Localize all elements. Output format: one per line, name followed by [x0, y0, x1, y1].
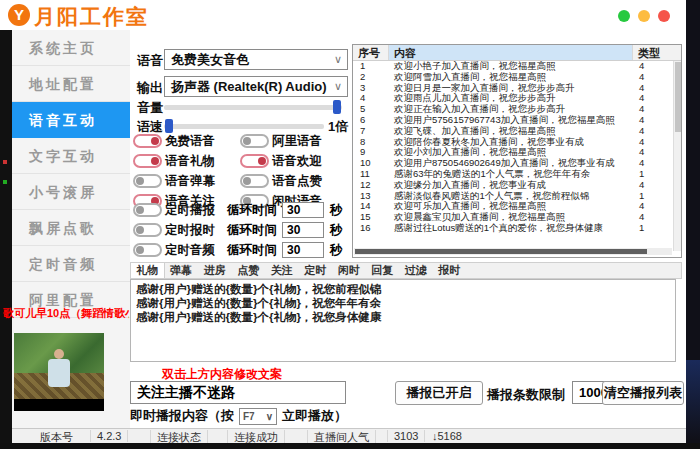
tab[interactable]: 报时: [433, 263, 467, 278]
sidebar-item[interactable]: 定时音频: [12, 246, 130, 282]
table-row[interactable]: 8 欢迎陪你春夏秋冬加入直播间，祝您事业有成 4: [353, 137, 681, 148]
minimize-button[interactable]: [618, 10, 630, 22]
editor-line[interactable]: 感谢{用户}赠送的{数量}个{礼物}，祝您年年有余: [136, 296, 670, 310]
tab[interactable]: 点赞: [232, 263, 266, 278]
version-label: 版本号: [40, 430, 73, 443]
tab[interactable]: 弹幕: [165, 263, 199, 278]
toggle-switch[interactable]: [133, 174, 162, 188]
table-row[interactable]: 15 欢迎晨鑫宝贝加入直播间，祝您福星高照 4: [353, 212, 681, 223]
volume-slider-handle[interactable]: [333, 100, 341, 114]
tab[interactable]: 过滤: [399, 263, 433, 278]
toggle-switch-row[interactable]: 阿里语音: [240, 131, 348, 151]
tab-bar: 礼物 弹幕 进房 点赞 关注 定时: [130, 262, 682, 279]
cycle-unit-label: 秒: [330, 202, 343, 219]
timer-row: 定时播报 循环时间 秒: [133, 200, 363, 220]
toggle-switch-row[interactable]: 语音弹幕: [133, 171, 240, 191]
sidebar-item[interactable]: 飘屏点歌: [12, 210, 130, 246]
maximize-button[interactable]: [638, 10, 650, 22]
sidebar-item[interactable]: 语音互动: [12, 102, 130, 138]
instant-broadcast-input[interactable]: [130, 381, 346, 404]
toggle-switch[interactable]: [240, 174, 269, 188]
sidebar-item-label: 文字互动: [29, 148, 97, 164]
sidebar-item[interactable]: 系统主页: [12, 30, 130, 66]
toggle-switch-row[interactable]: 语音礼物: [133, 151, 240, 171]
sidebar-item[interactable]: 地址配置: [12, 66, 130, 102]
table-row[interactable]: 12 欢迎缘分加入直播间，祝您事业有成 4: [353, 180, 681, 191]
table-row[interactable]: 4 欢迎雨点儿加入直播间，祝您步步高升 4: [353, 93, 681, 104]
thumbnail-letterbox: [14, 399, 104, 411]
table-row[interactable]: 13 感谢淡似春风赠送的1个人气票，祝您前程似锦 1: [353, 191, 681, 202]
volume-label: 音量: [137, 99, 163, 117]
timer-toggle-switch[interactable]: [133, 223, 162, 237]
table-horizontal-scrollbar[interactable]: [354, 248, 672, 255]
toggle-switch[interactable]: [133, 134, 162, 148]
tab[interactable]: 闲时: [332, 263, 366, 278]
table-body: 1 欢迎小艳子加入直播间，祝您福星高照 4 2 欢迎阿雪加入直播间，祝您福星高照…: [353, 61, 681, 235]
sidebar-menu: 系统主页 地址配置 语音互动 文字互动 小号滚屏: [12, 30, 130, 318]
table-header-no[interactable]: 序号: [353, 45, 389, 60]
toggle-label: 阿里语音: [272, 133, 322, 150]
template-editor[interactable]: 感谢{用户}赠送的{数量}个{礼物}，祝您前程似锦 感谢{用户}赠送的{数量}个…: [130, 279, 676, 362]
desktop: Y 月阳工作室 系统主页 地址配置: [0, 0, 700, 449]
table-row[interactable]: 9 欢迎小刘加入直播间，祝您福星高照 4: [353, 147, 681, 158]
table-row[interactable]: 5 欢迎正在输入加入直播间，祝您步步高升 4: [353, 104, 681, 115]
tab[interactable]: 回复: [366, 263, 400, 278]
table-row[interactable]: 6 欢迎用户5756157967743加入直播间，祝您福星高照 4: [353, 115, 681, 126]
editor-line[interactable]: 感谢{用户}赠送的{数量}个{礼物}，祝您身体健康: [136, 310, 670, 324]
popularity-value: 3103: [387, 430, 425, 442]
table-row[interactable]: 7 欢迎飞碟、加入直播间，祝您福星高照 4: [353, 126, 681, 137]
timer-toggle-switch[interactable]: [133, 243, 162, 257]
video-thumbnail[interactable]: [14, 333, 104, 411]
table-row[interactable]: 2 欢迎阿雪加入直播间，祝您福星高照 4: [353, 72, 681, 83]
timer-label: 定时播报: [165, 202, 215, 219]
cycle-time-input[interactable]: [282, 202, 324, 218]
timer-label: 定时音频: [165, 242, 215, 259]
tab[interactable]: 定时: [299, 263, 333, 278]
table-vertical-scrollbar[interactable]: [673, 61, 681, 251]
tab[interactable]: 礼物: [131, 263, 165, 278]
timer-label: 定时报时: [165, 222, 215, 239]
cycle-time-input[interactable]: [282, 242, 324, 258]
titlebar[interactable]: Y 月阳工作室: [0, 0, 686, 30]
tab[interactable]: 关注: [265, 263, 299, 278]
volume-slider[interactable]: [164, 105, 342, 110]
table-row[interactable]: 1 欢迎小艳子加入直播间，祝您福星高照 4: [353, 61, 681, 72]
sidebar-item-label: 语音互动: [29, 112, 97, 128]
tab[interactable]: 进房: [198, 263, 232, 278]
sidebar-item[interactable]: 文字互动: [12, 138, 130, 174]
toggle-switch[interactable]: [133, 154, 162, 168]
toggle-switch-row[interactable]: 语音欢迎: [240, 151, 348, 171]
timer-toggle-switch[interactable]: [133, 203, 162, 217]
table-header-content[interactable]: 内容: [389, 45, 633, 60]
connection-status: 连接成功: [227, 430, 285, 443]
toggle-switch-row[interactable]: 语音点赞: [240, 171, 348, 191]
cycle-time-input[interactable]: [282, 222, 324, 238]
table-row[interactable]: 11 感谢63年的兔赠送的1个人气票，祝您年年有余 1: [353, 169, 681, 180]
output-label: 输出: [137, 79, 163, 97]
table-row[interactable]: 16 感谢过往Lotus赠送的1个真的爱你，祝您身体健康 1: [353, 223, 681, 234]
hotkey-row: 即时播报内容（按 F7 ∨ 立即播放）: [130, 407, 347, 425]
broadcast-toggle-button[interactable]: 播报已开启: [395, 381, 483, 405]
clear-list-button[interactable]: 清空播报列表: [602, 381, 684, 405]
toggle-switch-row[interactable]: 免费语音: [133, 131, 240, 151]
voice-select[interactable]: 免费美女音色 ∨: [164, 49, 348, 70]
sidebar-item[interactable]: 小号滚屏: [12, 174, 130, 210]
editor-line[interactable]: 感谢{用户}赠送的{数量}个{礼物}，祝您前程似锦: [136, 282, 670, 296]
hotkey-select[interactable]: F7 ∨: [239, 408, 277, 425]
toggle-label: 语音礼物: [165, 153, 215, 170]
table-row[interactable]: 14 欢迎可乐加入直播间，祝您福星高照 4: [353, 201, 681, 212]
popularity-label: 直播间人气: [307, 430, 376, 443]
connection-label: 连接状态: [150, 430, 208, 443]
toggle-switch[interactable]: [240, 154, 269, 168]
voice-toggle-grid: 免费语音 阿里语音 语音礼物 语音欢迎: [133, 131, 348, 211]
output-select-value: 扬声器 (Realtek(R) Audio): [171, 79, 327, 94]
table-row[interactable]: 3 欢迎日月是一家加入直播间，祝您步步高升 4: [353, 83, 681, 94]
toggle-switch[interactable]: [240, 134, 269, 148]
speed-slider[interactable]: [164, 124, 324, 129]
sidebar-item-label: 地址配置: [29, 76, 97, 92]
close-button[interactable]: [658, 10, 670, 22]
table-row[interactable]: 10 欢迎用户8750546902649加入直播间，祝您事业有成 4: [353, 158, 681, 169]
output-select[interactable]: 扬声器 (Realtek(R) Audio) ∨: [164, 76, 348, 97]
table-header-type[interactable]: 类型: [633, 45, 673, 60]
hotkey-prefix-label: 即时播报内容（按: [130, 407, 234, 425]
